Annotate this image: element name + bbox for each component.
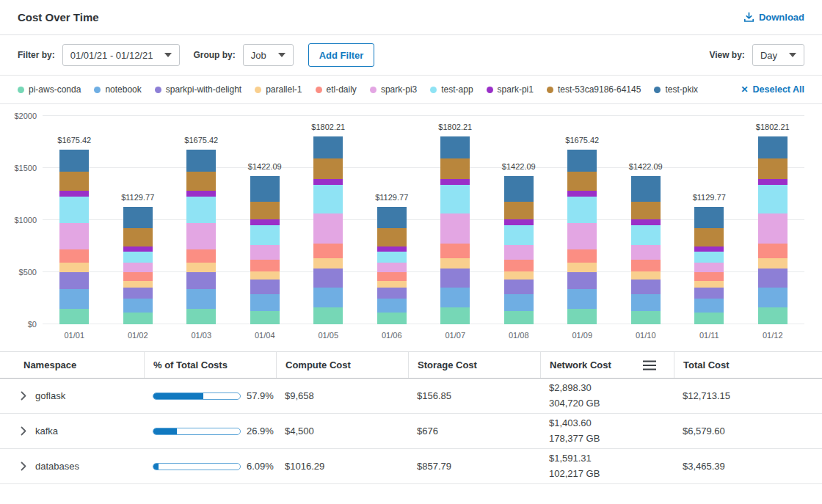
bar-segment-test-pkix <box>758 136 788 158</box>
bar-segment-spark-pi3 <box>504 245 534 260</box>
date-range-select[interactable]: 01/01/21 - 01/12/21 <box>62 44 181 66</box>
bar-segment-sparkpi-with-delight <box>567 272 597 289</box>
download-button[interactable]: Download <box>743 12 804 23</box>
x-axis-tick-label: 01/06 <box>360 331 424 340</box>
percent-progress-bar <box>153 392 241 400</box>
x-axis-tick-label: 01/07 <box>423 331 487 340</box>
filter-bar: Filter by: 01/01/21 - 01/12/21 Group by:… <box>0 35 822 75</box>
bar-segment-notebook <box>694 299 724 313</box>
legend-item-test-pkix[interactable]: test-pkix <box>654 84 698 95</box>
namespace-label: kafka <box>35 426 58 437</box>
expand-row-button[interactable] <box>21 461 26 471</box>
bar-column-01-06[interactable]: $1129.77 <box>360 116 424 324</box>
bar-column-01-12[interactable]: $1802.21 <box>741 116 805 324</box>
add-filter-button[interactable]: Add Filter <box>308 43 375 67</box>
bar-segment-spark-pi1 <box>567 191 597 197</box>
bar-total-label: $1129.77 <box>352 193 433 202</box>
bar-column-01-09[interactable]: $1675.42 <box>550 116 614 324</box>
bar-column-01-08[interactable]: $1422.09 <box>487 116 551 324</box>
bar-segment-etl-daily <box>250 260 280 271</box>
bar-segment-test-53ca9186-64145 <box>123 228 153 247</box>
bar-segment-etl-daily <box>59 249 89 263</box>
bar-segment-notebook <box>250 294 280 311</box>
column-header-total-cost: Total Cost <box>674 352 822 378</box>
bar-segment-test-app <box>440 185 470 213</box>
bar-stack <box>631 176 661 324</box>
network-cost-cell: $1,403.60178,377 GB <box>540 416 674 445</box>
bar-column-01-01[interactable]: $1675.42 <box>43 116 106 324</box>
deselect-all-button[interactable]: ✕ Deselect All <box>741 84 804 95</box>
expand-row-button[interactable] <box>21 426 26 436</box>
bar-column-01-04[interactable]: $1422.09 <box>233 116 297 324</box>
bar-segment-sparkpi-with-delight <box>758 269 788 288</box>
bar-column-01-05[interactable]: $1802.21 <box>297 116 360 324</box>
legend-item-label: notebook <box>105 84 141 95</box>
bar-segment-spark-pi3 <box>758 213 788 244</box>
bar-stack <box>59 150 89 324</box>
bar-segment-parallel-1 <box>440 258 470 269</box>
bar-column-01-10[interactable]: $1422.09 <box>614 116 678 324</box>
chart-legend: pi-aws-condanotebooksparkpi-with-delight… <box>0 75 822 104</box>
bar-segment-test-pkix <box>631 176 661 202</box>
percent-label: 26.9% <box>247 426 274 437</box>
filter-by-label: Filter by: <box>18 50 55 60</box>
bar-segment-notebook <box>313 288 343 308</box>
column-header-network-cost: Network Cost <box>540 352 674 378</box>
network-cost-cell: $2,898.30304,720 GB <box>540 381 674 410</box>
legend-item-pi-aws-conda[interactable]: pi-aws-conda <box>18 84 81 95</box>
bar-segment-test-53ca9186-64145 <box>377 228 407 247</box>
legend-item-sparkpi-with-delight[interactable]: sparkpi-with-delight <box>155 84 241 95</box>
legend-item-notebook[interactable]: notebook <box>94 84 141 95</box>
bar-segment-test-pkix <box>504 176 534 202</box>
bar-total-label: $1422.09 <box>225 162 306 171</box>
bar-segment-spark-pi1 <box>758 179 788 186</box>
column-header-label: Total Cost <box>683 359 730 370</box>
y-axis-tick-label: $0 <box>1 320 37 329</box>
bar-column-01-02[interactable]: $1129.77 <box>106 116 170 324</box>
legend-color-dot <box>654 87 661 93</box>
bar-total-label: $1422.09 <box>605 162 687 171</box>
network-gb-value: 304,720 GB <box>549 396 665 411</box>
bar-stack <box>377 207 407 324</box>
bar-segment-spark-pi3 <box>377 263 407 272</box>
legend-color-dot <box>316 87 322 93</box>
column-menu-icon[interactable] <box>643 360 656 370</box>
legend-item-label: parallel-1 <box>266 84 302 95</box>
group-by-select[interactable]: Job <box>243 44 294 66</box>
bar-segment-test-53ca9186-64145 <box>440 158 470 179</box>
x-axis-tick-label: 01/02 <box>106 331 170 340</box>
expand-row-button[interactable] <box>21 391 26 401</box>
legend-item-spark-pi3[interactable]: spark-pi3 <box>370 84 417 95</box>
legend-item-spark-pi1[interactable]: spark-pi1 <box>487 84 534 95</box>
x-axis-tick-label: 01/05 <box>297 331 360 340</box>
bar-segment-spark-pi3 <box>250 245 280 260</box>
percent-progress-fill <box>153 464 159 470</box>
legend-item-etl-daily[interactable]: etl-daily <box>316 84 357 95</box>
bar-segment-parallel-1 <box>694 281 724 288</box>
namespace-cell: goflask <box>0 390 144 401</box>
bar-segment-spark-pi3 <box>694 263 724 272</box>
bar-segment-sparkpi-with-delight <box>59 272 89 289</box>
bar-segment-etl-daily <box>313 244 343 258</box>
bar-segment-test-app <box>758 185 788 213</box>
bar-segment-test-53ca9186-64145 <box>694 228 724 247</box>
y-axis-tick-label: $1000 <box>1 216 37 224</box>
bar-segment-sparkpi-with-delight <box>313 269 343 288</box>
view-by-value: Day <box>760 50 777 61</box>
bar-stack <box>440 136 470 324</box>
bar-segment-etl-daily <box>567 249 597 263</box>
bar-stack <box>313 136 343 324</box>
storage-cost-cell: $156.85 <box>408 390 540 401</box>
download-label: Download <box>759 12 804 23</box>
bar-segment-notebook <box>631 294 661 311</box>
legend-item-test-53ca9186-64145[interactable]: test-53ca9186-64145 <box>547 84 641 95</box>
bar-column-01-07[interactable]: $1802.21 <box>423 116 487 324</box>
legend-item-parallel-1[interactable]: parallel-1 <box>255 84 302 95</box>
bar-segment-parallel-1 <box>123 281 153 288</box>
column-header-of-total-costs: % of Total Costs <box>144 352 276 378</box>
bar-column-01-11[interactable]: $1129.77 <box>677 116 741 324</box>
view-by-select[interactable]: Day <box>752 44 804 66</box>
legend-item-test-app[interactable]: test-app <box>430 84 473 95</box>
bar-column-01-03[interactable]: $1675.42 <box>170 116 233 324</box>
bar-segment-parallel-1 <box>313 258 343 269</box>
